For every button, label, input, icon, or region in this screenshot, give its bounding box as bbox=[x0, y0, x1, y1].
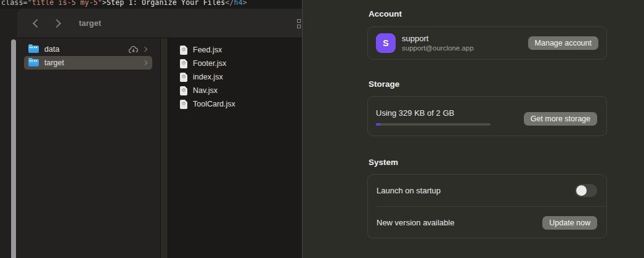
account-heading: Account bbox=[369, 9, 402, 18]
file-row[interactable]: ⚙ ToolCard.jsx bbox=[168, 97, 302, 111]
document-icon: ⚙ bbox=[180, 86, 187, 95]
document-icon: ⚙ bbox=[180, 46, 187, 55]
forward-chevron-icon[interactable] bbox=[52, 18, 61, 27]
update-now-button[interactable]: Update now bbox=[542, 216, 597, 230]
folder-icon bbox=[28, 46, 39, 53]
file-row[interactable]: ⚙ Feed.jsx bbox=[168, 43, 302, 57]
code-tag-name: h4 bbox=[234, 0, 243, 7]
view-grid-icon[interactable] bbox=[297, 19, 302, 30]
system-heading: System bbox=[369, 158, 398, 167]
file-row[interactable]: ⚙ index.jsx bbox=[168, 70, 302, 84]
account-email: support@ourclone.app bbox=[402, 44, 474, 52]
code-inner-text: Step 1: Organize Your Files bbox=[107, 0, 225, 7]
launch-on-startup-row: Launch on startup bbox=[368, 175, 606, 206]
code-line: class="title is-5 my-5">Step 1: Organize… bbox=[1, 0, 247, 7]
background-scrollbar[interactable] bbox=[11, 39, 16, 258]
code-bracket: > bbox=[102, 0, 107, 7]
sidebar-item-data[interactable]: data bbox=[24, 42, 152, 56]
folder-icon bbox=[28, 59, 39, 67]
column-divider[interactable] bbox=[160, 38, 168, 258]
cloud-download-icon bbox=[128, 46, 139, 54]
system-card: Launch on startup New version available … bbox=[367, 174, 607, 238]
finder-sidebar: data target bbox=[17, 38, 160, 258]
settings-panel: Account S support support@ourclone.app M… bbox=[302, 0, 644, 258]
file-name: ToolCard.jsx bbox=[193, 100, 235, 108]
document-icon: ⚙ bbox=[180, 100, 187, 109]
launch-on-startup-toggle[interactable] bbox=[575, 184, 597, 197]
storage-card: Using 329 KB of 2 GB Get more storage bbox=[367, 96, 607, 136]
launch-on-startup-label: Launch on startup bbox=[377, 186, 441, 195]
code-close-end: > bbox=[243, 0, 247, 7]
file-name: Feed.jsx bbox=[193, 46, 222, 54]
manage-account-button[interactable]: Manage account bbox=[528, 36, 598, 50]
file-name: Footer.jsx bbox=[193, 59, 226, 68]
code-attr-value: "title is-5 my-5" bbox=[28, 0, 102, 7]
account-identity: support support@ourclone.app bbox=[402, 34, 474, 53]
account-card: S support support@ourclone.app Manage ac… bbox=[367, 26, 607, 60]
sidebar-item-label: target bbox=[44, 58, 143, 67]
file-list: ⚙ Feed.jsx ⚙ Footer.jsx ⚙ index.jsx ⚙ Na… bbox=[168, 38, 302, 258]
toggle-knob bbox=[576, 185, 587, 196]
finder-toolbar: target bbox=[17, 9, 302, 38]
document-icon: ⚙ bbox=[180, 59, 187, 68]
file-row[interactable]: ⚙ Footer.jsx bbox=[168, 57, 302, 70]
new-version-label: New version available bbox=[377, 218, 454, 227]
document-icon: ⚙ bbox=[180, 73, 187, 82]
chevron-right-icon[interactable] bbox=[142, 47, 147, 52]
new-version-row: New version available Update now bbox=[368, 207, 606, 238]
screen: class="title is-5 my-5">Step 1: Organize… bbox=[0, 0, 644, 258]
get-more-storage-button[interactable]: Get more storage bbox=[524, 112, 597, 126]
chevron-right-icon[interactable] bbox=[142, 60, 147, 65]
code-close-start: </ bbox=[225, 0, 234, 7]
code-attr-name: class= bbox=[1, 0, 28, 7]
avatar: S bbox=[376, 33, 396, 53]
storage-heading: Storage bbox=[369, 79, 399, 89]
account-name: support bbox=[402, 34, 474, 44]
file-name: index.jsx bbox=[193, 73, 223, 81]
file-row[interactable]: ⚙ Nav.jsx bbox=[168, 84, 302, 97]
back-chevron-icon[interactable] bbox=[33, 18, 41, 27]
file-browser-window: target data target bbox=[17, 9, 302, 258]
toolbar-title: target bbox=[79, 18, 101, 28]
sidebar-item-label: data bbox=[44, 45, 128, 54]
storage-progress-bar bbox=[376, 123, 491, 126]
background-code-editor: class="title is-5 my-5">Step 1: Organize… bbox=[0, 0, 302, 9]
file-name: Nav.jsx bbox=[193, 86, 218, 95]
storage-progress-fill bbox=[376, 123, 380, 126]
sidebar-item-target[interactable]: target bbox=[24, 56, 152, 70]
